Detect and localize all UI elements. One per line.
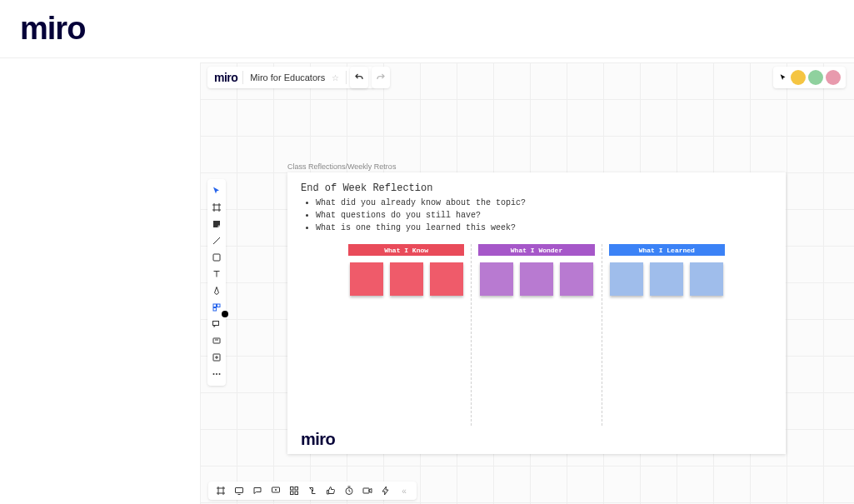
link-icon[interactable] <box>307 485 318 497</box>
avatar-2[interactable] <box>808 70 823 85</box>
left-toolbar <box>207 179 226 386</box>
shape-tool[interactable] <box>210 251 223 264</box>
avatar-1[interactable] <box>791 70 806 85</box>
columns: What I Know What I Wonder What I Learned <box>342 244 732 426</box>
sticky-note[interactable] <box>610 262 643 296</box>
svg-rect-2 <box>291 487 294 491</box>
screenshare-icon[interactable] <box>270 485 282 497</box>
chat-icon[interactable] <box>252 485 263 497</box>
frame-title: End of Week Reflection <box>301 182 772 194</box>
sticky-note[interactable] <box>350 262 383 296</box>
apps-tool[interactable] <box>210 301 223 314</box>
collaborators[interactable] <box>773 67 846 88</box>
thumbs-up-icon[interactable] <box>325 485 337 497</box>
frames-icon[interactable] <box>215 485 227 497</box>
sticky-note[interactable] <box>520 262 553 296</box>
presentation-icon[interactable] <box>233 485 245 497</box>
separator <box>346 71 347 84</box>
frame-label: Class Reflections/Weekly Retros <box>287 162 396 171</box>
svg-rect-11 <box>213 308 217 312</box>
frame-text: End of Week Reflection What did you alre… <box>287 172 786 239</box>
pen-tool[interactable] <box>210 284 223 297</box>
redo-button[interactable] <box>372 67 390 88</box>
column-wonder[interactable]: What I Wonder <box>471 244 601 426</box>
column-learned[interactable]: What I Learned <box>602 244 732 426</box>
column-header-wonder: What I Wonder <box>478 244 594 256</box>
video-icon[interactable] <box>362 485 373 497</box>
board-name[interactable]: Miro for Educators <box>250 72 325 82</box>
svg-rect-0 <box>236 488 243 493</box>
bullet-1: What did you already know about the topi… <box>316 197 772 209</box>
collapse-icon[interactable]: « <box>398 485 410 497</box>
bullet-3: What is one thing you learned this week? <box>316 222 772 234</box>
sticky-note[interactable] <box>390 262 423 296</box>
timer-icon[interactable] <box>343 485 355 497</box>
brand-bar: miro <box>0 0 854 58</box>
comment-tool[interactable] <box>210 317 223 331</box>
star-icon[interactable]: ☆ <box>332 73 339 82</box>
frame-tool[interactable] <box>210 201 223 214</box>
bullet-2: What questions do you still have? <box>316 209 772 222</box>
board-logo[interactable]: miro <box>214 71 243 84</box>
sticky-note[interactable] <box>430 262 463 296</box>
svg-rect-4 <box>291 492 294 495</box>
reflection-frame[interactable]: End of Week Reflection What did you alre… <box>287 172 786 454</box>
svg-point-16 <box>216 373 217 375</box>
sticky-note[interactable] <box>560 262 593 296</box>
card-tool[interactable] <box>210 334 223 347</box>
undo-redo-group <box>350 67 390 88</box>
upload-tool[interactable] <box>210 351 223 364</box>
select-tool[interactable] <box>210 184 223 197</box>
more-tool[interactable] <box>210 367 223 381</box>
line-tool[interactable] <box>210 234 223 247</box>
svg-point-15 <box>213 373 215 375</box>
sticky-note[interactable] <box>690 262 723 296</box>
column-header-learned: What I Learned <box>609 244 725 256</box>
column-know[interactable]: What I Know <box>342 244 471 426</box>
svg-rect-13 <box>213 338 220 343</box>
svg-point-17 <box>219 373 221 375</box>
grid-icon[interactable] <box>288 485 300 497</box>
cursor-icon <box>778 72 788 82</box>
svg-rect-3 <box>295 487 298 491</box>
brand-logo: miro <box>20 11 85 47</box>
sticky-note[interactable] <box>480 262 513 296</box>
sticky-note[interactable] <box>650 262 683 296</box>
avatar-3[interactable] <box>826 70 841 85</box>
svg-rect-7 <box>363 488 369 493</box>
svg-rect-8 <box>213 254 220 261</box>
svg-rect-5 <box>295 492 298 495</box>
svg-rect-12 <box>213 322 219 326</box>
canvas[interactable]: miro Miro for Educators ☆ Class Reflecti… <box>200 62 854 504</box>
frame-footer-logo: miro <box>301 430 335 449</box>
column-header-know: What I Know <box>348 244 464 256</box>
svg-rect-10 <box>217 304 221 307</box>
sticky-tool[interactable] <box>210 217 223 231</box>
bottom-toolbar: « <box>208 482 417 500</box>
mouse-cursor-icon <box>222 311 228 317</box>
svg-rect-9 <box>213 304 217 307</box>
text-tool[interactable] <box>210 267 223 281</box>
bolt-icon[interactable] <box>380 485 392 497</box>
undo-button[interactable] <box>350 67 368 88</box>
